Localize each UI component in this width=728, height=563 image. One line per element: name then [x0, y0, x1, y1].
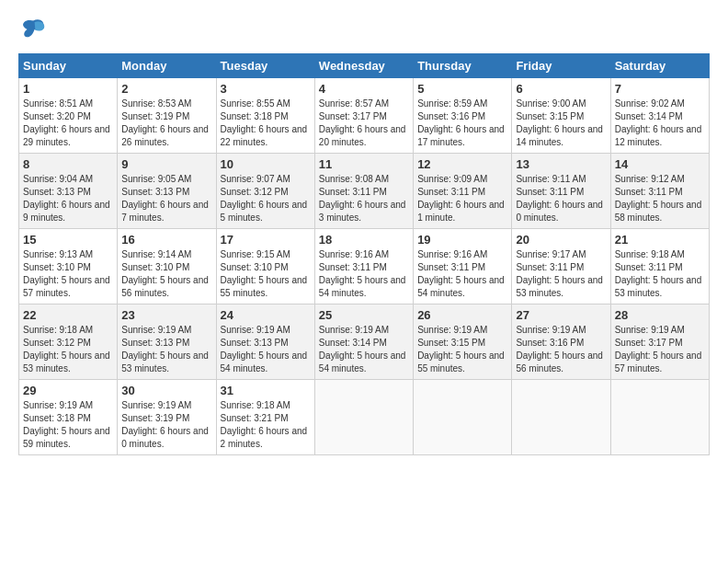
day-cell: 25 Sunrise: 9:19 AMSunset: 3:14 PMDaylig… [314, 304, 413, 380]
day-info: Sunrise: 9:18 AMSunset: 3:21 PMDaylight:… [221, 399, 311, 451]
day-number: 28 [615, 308, 705, 322]
day-info: Sunrise: 9:05 AMSunset: 3:13 PMDaylight:… [121, 173, 211, 224]
day-info: Sunrise: 9:02 AMSunset: 3:14 PMDaylight:… [615, 98, 705, 149]
day-cell [314, 380, 413, 455]
day-info: Sunrise: 9:19 AMSunset: 3:17 PMDaylight:… [615, 324, 705, 375]
day-cell [414, 380, 512, 455]
day-number: 17 [221, 233, 311, 247]
day-number: 22 [23, 308, 113, 322]
day-number: 29 [23, 384, 113, 397]
day-cell: 24 Sunrise: 9:19 AMSunset: 3:13 PMDaylig… [216, 304, 314, 380]
day-number: 7 [615, 82, 705, 96]
day-cell: 4 Sunrise: 8:57 AMSunset: 3:17 PMDayligh… [314, 78, 413, 154]
col-header-monday: Monday [118, 54, 216, 78]
page: SundayMondayTuesdayWednesdayThursdayFrid… [0, 0, 728, 465]
week-row-3: 15 Sunrise: 9:13 AMSunset: 3:10 PMDaylig… [19, 229, 710, 304]
day-cell: 12 Sunrise: 9:09 AMSunset: 3:11 PMDaylig… [414, 154, 512, 229]
day-number: 16 [121, 233, 211, 247]
day-cell: 11 Sunrise: 9:08 AMSunset: 3:11 PMDaylig… [314, 154, 413, 229]
day-number: 20 [516, 233, 606, 247]
day-info: Sunrise: 9:19 AMSunset: 3:18 PMDaylight:… [23, 399, 113, 451]
day-number: 25 [319, 308, 409, 322]
day-cell: 21 Sunrise: 9:18 AMSunset: 3:11 PMDaylig… [610, 229, 709, 304]
day-info: Sunrise: 9:16 AMSunset: 3:11 PMDaylight:… [319, 248, 409, 300]
day-cell: 2 Sunrise: 8:53 AMSunset: 3:19 PMDayligh… [118, 78, 216, 154]
day-cell: 22 Sunrise: 9:18 AMSunset: 3:12 PMDaylig… [19, 304, 118, 380]
day-number: 9 [121, 157, 211, 171]
day-number: 19 [417, 233, 507, 247]
col-header-wednesday: Wednesday [314, 54, 413, 78]
logo-bird-icon [18, 15, 48, 44]
day-info: Sunrise: 9:08 AMSunset: 3:11 PMDaylight:… [319, 173, 409, 224]
week-row-4: 22 Sunrise: 9:18 AMSunset: 3:12 PMDaylig… [19, 304, 710, 380]
day-info: Sunrise: 8:59 AMSunset: 3:16 PMDaylight:… [417, 98, 507, 149]
day-info: Sunrise: 8:53 AMSunset: 3:19 PMDaylight:… [121, 98, 211, 149]
day-cell: 3 Sunrise: 8:55 AMSunset: 3:18 PMDayligh… [216, 78, 314, 154]
day-cell: 31 Sunrise: 9:18 AMSunset: 3:21 PMDaylig… [216, 380, 314, 455]
day-info: Sunrise: 8:57 AMSunset: 3:17 PMDaylight:… [319, 98, 409, 149]
day-number: 10 [221, 157, 311, 171]
day-info: Sunrise: 9:16 AMSunset: 3:11 PMDaylight:… [417, 248, 507, 300]
day-cell [610, 380, 709, 455]
day-cell: 27 Sunrise: 9:19 AMSunset: 3:16 PMDaylig… [512, 304, 610, 380]
day-number: 30 [121, 384, 211, 397]
col-header-friday: Friday [512, 54, 610, 78]
day-cell: 23 Sunrise: 9:19 AMSunset: 3:13 PMDaylig… [118, 304, 216, 380]
day-number: 5 [417, 82, 507, 96]
day-number: 18 [319, 233, 409, 247]
day-number: 4 [319, 82, 409, 96]
col-header-saturday: Saturday [610, 54, 709, 78]
day-cell: 14 Sunrise: 9:12 AMSunset: 3:11 PMDaylig… [610, 154, 709, 229]
day-cell: 13 Sunrise: 9:11 AMSunset: 3:11 PMDaylig… [512, 154, 610, 229]
day-number: 26 [417, 308, 507, 322]
day-number: 31 [221, 384, 311, 397]
day-cell: 6 Sunrise: 9:00 AMSunset: 3:15 PMDayligh… [512, 78, 610, 154]
day-number: 8 [23, 157, 113, 171]
day-info: Sunrise: 9:00 AMSunset: 3:15 PMDaylight:… [516, 98, 606, 149]
header-row: SundayMondayTuesdayWednesdayThursdayFrid… [19, 54, 710, 78]
day-cell: 15 Sunrise: 9:13 AMSunset: 3:10 PMDaylig… [19, 229, 118, 304]
day-cell: 17 Sunrise: 9:15 AMSunset: 3:10 PMDaylig… [216, 229, 314, 304]
header [18, 15, 710, 44]
day-number: 27 [516, 308, 606, 322]
col-header-thursday: Thursday [414, 54, 512, 78]
day-info: Sunrise: 9:09 AMSunset: 3:11 PMDaylight:… [417, 173, 507, 224]
day-cell: 18 Sunrise: 9:16 AMSunset: 3:11 PMDaylig… [314, 229, 413, 304]
day-number: 6 [516, 82, 606, 96]
day-cell: 8 Sunrise: 9:04 AMSunset: 3:13 PMDayligh… [19, 154, 118, 229]
day-cell: 30 Sunrise: 9:19 AMSunset: 3:19 PMDaylig… [118, 380, 216, 455]
day-number: 3 [221, 82, 311, 96]
day-info: Sunrise: 9:19 AMSunset: 3:16 PMDaylight:… [516, 324, 606, 375]
day-cell: 28 Sunrise: 9:19 AMSunset: 3:17 PMDaylig… [610, 304, 709, 380]
day-info: Sunrise: 9:12 AMSunset: 3:11 PMDaylight:… [615, 173, 705, 224]
day-cell: 19 Sunrise: 9:16 AMSunset: 3:11 PMDaylig… [414, 229, 512, 304]
day-cell [512, 380, 610, 455]
day-number: 21 [615, 233, 705, 247]
day-cell: 10 Sunrise: 9:07 AMSunset: 3:12 PMDaylig… [216, 154, 314, 229]
day-info: Sunrise: 9:14 AMSunset: 3:10 PMDaylight:… [121, 248, 211, 300]
day-info: Sunrise: 8:51 AMSunset: 3:20 PMDaylight:… [23, 98, 113, 149]
day-cell: 7 Sunrise: 9:02 AMSunset: 3:14 PMDayligh… [610, 78, 709, 154]
day-info: Sunrise: 9:13 AMSunset: 3:10 PMDaylight:… [23, 248, 113, 300]
day-info: Sunrise: 9:19 AMSunset: 3:13 PMDaylight:… [121, 324, 211, 375]
day-number: 12 [417, 157, 507, 171]
day-info: Sunrise: 9:07 AMSunset: 3:12 PMDaylight:… [221, 173, 311, 224]
day-info: Sunrise: 9:19 AMSunset: 3:15 PMDaylight:… [417, 324, 507, 375]
day-info: Sunrise: 9:19 AMSunset: 3:14 PMDaylight:… [319, 324, 409, 375]
week-row-1: 1 Sunrise: 8:51 AMSunset: 3:20 PMDayligh… [19, 78, 710, 154]
day-info: Sunrise: 9:18 AMSunset: 3:12 PMDaylight:… [23, 324, 113, 375]
col-header-tuesday: Tuesday [216, 54, 314, 78]
day-number: 14 [615, 157, 705, 171]
day-number: 15 [23, 233, 113, 247]
day-info: Sunrise: 9:19 AMSunset: 3:19 PMDaylight:… [121, 399, 211, 451]
day-info: Sunrise: 8:55 AMSunset: 3:18 PMDaylight:… [221, 98, 311, 149]
day-cell: 5 Sunrise: 8:59 AMSunset: 3:16 PMDayligh… [414, 78, 512, 154]
day-number: 2 [121, 82, 211, 96]
logo [18, 15, 51, 44]
day-number: 13 [516, 157, 606, 171]
day-cell: 9 Sunrise: 9:05 AMSunset: 3:13 PMDayligh… [118, 154, 216, 229]
day-cell: 26 Sunrise: 9:19 AMSunset: 3:15 PMDaylig… [414, 304, 512, 380]
day-cell: 1 Sunrise: 8:51 AMSunset: 3:20 PMDayligh… [19, 78, 118, 154]
day-cell: 16 Sunrise: 9:14 AMSunset: 3:10 PMDaylig… [118, 229, 216, 304]
day-info: Sunrise: 9:15 AMSunset: 3:10 PMDaylight:… [221, 248, 311, 300]
